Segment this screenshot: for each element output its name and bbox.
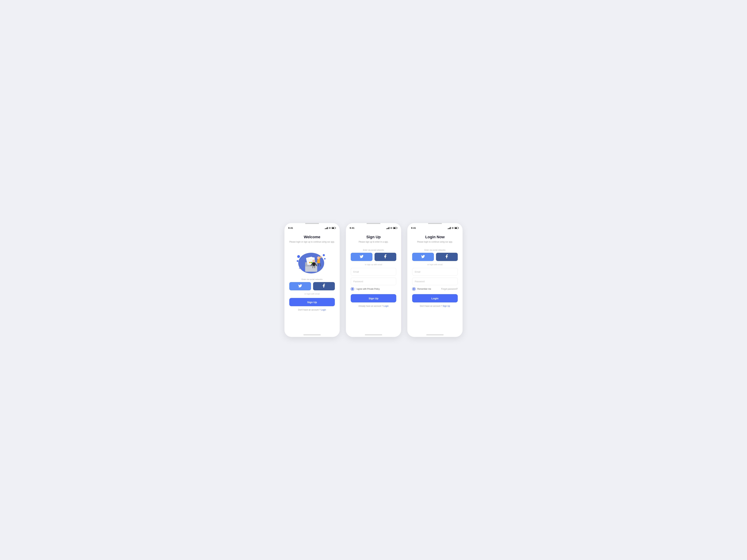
login-email-input[interactable] xyxy=(412,268,458,275)
login-forgot-link[interactable]: Forgot password? xyxy=(441,288,458,290)
svg-point-1 xyxy=(297,255,300,258)
status-bar-1: 9:41 ⊙ xyxy=(284,224,340,230)
wifi-icon-3: ⊙ xyxy=(452,227,454,229)
status-icons-2: ⊙ xyxy=(386,227,397,229)
signup-bottom-link: Already have an account ? Login xyxy=(351,305,396,307)
welcome-social-label: Enter via social networks xyxy=(289,278,335,281)
signup-title: Sign Up xyxy=(351,235,396,239)
signup-agree-row: I agree with Private Policy xyxy=(351,287,396,291)
svg-line-27 xyxy=(313,266,313,268)
login-bottom-link: Don't have an account ? Sign Up xyxy=(412,305,458,307)
home-indicator-1 xyxy=(303,335,321,335)
phone-frame-signup: 9:41 ⊙ Sign Up Please sign up to enter i… xyxy=(346,223,401,337)
signal-icon-3 xyxy=(448,227,451,229)
status-icons-1: ⊙ xyxy=(325,227,336,229)
signup-facebook-button[interactable] xyxy=(375,253,396,261)
battery-icon-2 xyxy=(393,227,397,229)
notch-bar-2 xyxy=(367,223,380,224)
svg-point-30 xyxy=(299,268,300,269)
wifi-icon-2: ⊙ xyxy=(390,227,392,229)
signup-divider: or sign up with email xyxy=(351,263,396,266)
svg-rect-14 xyxy=(309,262,310,263)
welcome-signup-button[interactable]: Sign Up xyxy=(289,298,335,306)
login-remember-checkbox[interactable] xyxy=(412,287,416,291)
welcome-divider: or login with email xyxy=(289,293,335,295)
signal-icon-2 xyxy=(386,227,389,229)
signup-email-input[interactable] xyxy=(351,268,396,275)
svg-line-28 xyxy=(314,266,315,268)
svg-point-2 xyxy=(297,260,299,262)
login-content: Login Now Please login to continue using… xyxy=(407,230,463,332)
status-time-3: 9:41 xyxy=(411,227,416,229)
signup-password-input[interactable] xyxy=(351,277,396,285)
notch-bar-3 xyxy=(428,223,442,224)
svg-point-29 xyxy=(302,269,305,271)
signup-login-link[interactable]: Login xyxy=(384,305,388,307)
signup-button[interactable]: Sign Up xyxy=(351,294,396,302)
login-facebook-button[interactable] xyxy=(436,253,458,261)
welcome-twitter-button[interactable] xyxy=(289,282,311,290)
twitter-icon-2 xyxy=(360,255,363,259)
wifi-icon-1: ⊙ xyxy=(329,227,331,229)
welcome-content: Welcome Please login or sign up to conti… xyxy=(284,230,340,332)
home-indicator-3 xyxy=(426,335,444,335)
svg-point-23 xyxy=(312,260,315,262)
signal-icon-1 xyxy=(325,227,328,229)
status-icons-3: ⊙ xyxy=(448,227,459,229)
signup-social-buttons xyxy=(351,253,396,261)
login-divider: or login with email xyxy=(412,263,458,266)
svg-point-4 xyxy=(324,258,326,260)
signup-agree-label: I agree with Private Policy xyxy=(356,288,380,290)
signup-twitter-button[interactable] xyxy=(351,253,372,261)
login-remember-row: Remember me Forgot password? xyxy=(412,287,458,291)
facebook-icon-2 xyxy=(384,255,387,259)
phone-frame-login: 9:41 ⊙ Login Now Please login to continu… xyxy=(407,223,463,337)
facebook-icon-3 xyxy=(445,255,448,259)
screens-container: 9:41 ⊙ Welcome Please login or sign up t… xyxy=(284,223,463,337)
radio-inner-2 xyxy=(413,288,415,290)
login-title: Login Now xyxy=(412,235,458,239)
battery-icon-1 xyxy=(332,227,336,229)
signup-social-label: Enter via social networks xyxy=(351,249,396,251)
welcome-social-buttons xyxy=(289,282,335,290)
radio-inner xyxy=(352,288,353,290)
login-subtitle: Please login to continue using our app. xyxy=(412,240,458,243)
signup-content: Sign Up Please sign up to enter in a app… xyxy=(346,230,401,332)
status-bar-2: 9:41 ⊙ xyxy=(346,224,401,230)
welcome-subtitle: Please login or sign up to continue usin… xyxy=(289,240,335,243)
facebook-icon xyxy=(322,284,326,289)
login-twitter-button[interactable] xyxy=(412,253,434,261)
welcome-login-link[interactable]: Login xyxy=(321,309,326,311)
battery-icon-3 xyxy=(455,227,459,229)
twitter-icon-3 xyxy=(421,255,425,259)
welcome-facebook-button[interactable] xyxy=(313,282,335,290)
welcome-title: Welcome xyxy=(289,235,335,239)
login-social-label: Enter via social networks xyxy=(412,249,458,251)
svg-point-20 xyxy=(320,256,322,258)
phone-frame-welcome: 9:41 ⊙ Welcome Please login or sign up t… xyxy=(284,223,340,337)
home-indicator-2 xyxy=(365,335,382,335)
status-time-2: 9:41 xyxy=(350,227,355,229)
twitter-icon xyxy=(298,284,302,289)
login-social-buttons xyxy=(412,253,458,261)
login-button[interactable]: Login xyxy=(412,294,458,302)
welcome-bottom-link: Don't have an account ? Login xyxy=(289,309,335,311)
login-remember-label: Remember me xyxy=(417,288,431,290)
svg-rect-24 xyxy=(312,262,315,266)
signup-subtitle: Please sign up to enter in a app. xyxy=(351,240,396,243)
welcome-illustration xyxy=(289,247,335,275)
login-signup-link[interactable]: Sign Up xyxy=(443,305,450,307)
signup-agree-checkbox[interactable] xyxy=(351,287,354,291)
svg-rect-15 xyxy=(311,262,312,263)
login-password-input[interactable] xyxy=(412,277,458,285)
status-bar-3: 9:41 ⊙ xyxy=(407,224,463,230)
notch-bar xyxy=(305,223,319,224)
svg-point-3 xyxy=(323,254,325,256)
status-time-1: 9:41 xyxy=(288,227,293,229)
